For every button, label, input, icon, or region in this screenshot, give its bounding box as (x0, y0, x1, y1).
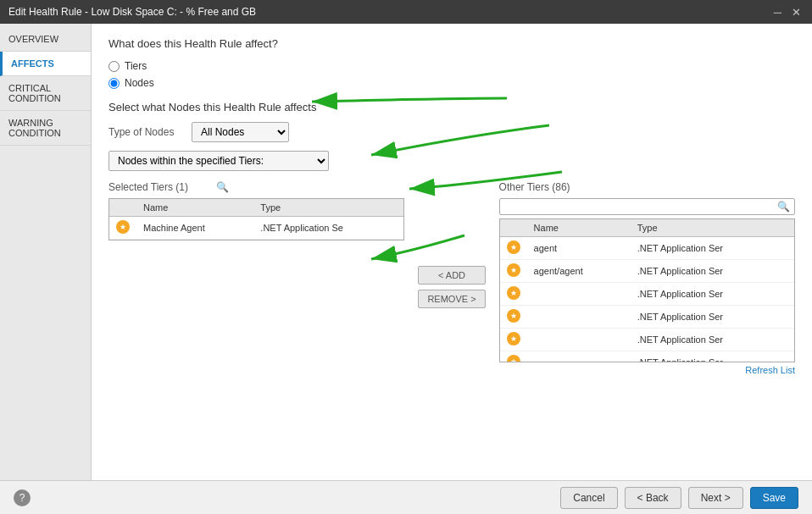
tier-selector-row: Nodes within the specified Tiers: All No… (108, 151, 795, 171)
affects-question: What does this Health Rule affect? (108, 37, 795, 50)
nodes-radio-label[interactable]: Nodes (108, 77, 795, 89)
row-icon (500, 237, 527, 260)
table-row[interactable]: .NET Application Ser (500, 306, 794, 329)
row-icon (500, 283, 527, 306)
search-icon: 🔍 (777, 201, 790, 213)
close-button[interactable]: ✕ (789, 6, 804, 19)
other-name-col-header: Name (527, 219, 631, 237)
row-name: agent (527, 237, 631, 260)
row-type: .NET Application Ser (631, 351, 794, 363)
refresh-list-link[interactable]: Refresh List (499, 365, 795, 375)
cancel-button[interactable]: Cancel (560, 487, 617, 509)
sidebar-item-critical[interactable]: CRITICAL CONDITION (0, 76, 91, 111)
title-bar: Edit Health Rule - Low Disk Space C: - %… (0, 0, 812, 24)
sidebar-item-overview[interactable]: OVERVIEW (0, 27, 91, 52)
row-icon (500, 260, 527, 283)
select-nodes-title: Select what Nodes this Health Rule affec… (108, 101, 795, 113)
row-name (527, 351, 631, 363)
other-icon-col-header (500, 219, 527, 237)
title-text: Edit Health Rule - Low Disk Space C: - %… (8, 6, 256, 18)
selected-tiers-title: Selected Tiers (1) 🔍 (108, 181, 404, 193)
tiers-label: Tiers (125, 60, 147, 72)
other-tiers-table: Name Type agent .NET Application Ser age… (500, 219, 794, 362)
row-icon (500, 306, 527, 329)
remove-button[interactable]: REMOVE > (418, 290, 485, 308)
selected-type-col-header: Type (253, 199, 403, 217)
selected-tiers-table: Name Type Machine Agent .NET Application… (109, 199, 403, 240)
nodes-radio-group: Nodes (108, 77, 795, 89)
other-tiers-table-wrapper[interactable]: Name Type agent .NET Application Ser age… (499, 218, 795, 362)
row-icon (500, 351, 527, 363)
row-type: .NET Application Ser (631, 306, 794, 329)
table-row[interactable]: Machine Agent .NET Application Se (109, 217, 403, 240)
transfer-buttons: < ADD REMOVE > (418, 181, 485, 375)
save-button[interactable]: Save (750, 487, 798, 509)
type-of-nodes-label: Type of Nodes (108, 126, 185, 138)
table-row[interactable]: agent/agent .NET Application Ser (500, 260, 794, 283)
row-type: .NET Application Ser (631, 283, 794, 306)
other-tiers-search-input[interactable] (499, 198, 795, 215)
tiers-radio-label[interactable]: Tiers (108, 60, 795, 72)
row-name: agent/agent (527, 260, 631, 283)
next-button[interactable]: Next > (688, 487, 743, 509)
type-of-nodes-select[interactable]: All Nodes Specific Nodes Node Name (192, 122, 289, 142)
other-type-col-header: Type (631, 219, 794, 237)
other-tiers-title: Other Tiers (86) (499, 181, 795, 193)
add-button[interactable]: < ADD (418, 266, 485, 285)
table-row[interactable]: agent .NET Application Ser (500, 237, 794, 260)
nodes-radio[interactable] (108, 78, 120, 89)
back-button[interactable]: < Back (625, 487, 681, 509)
row-name (527, 329, 631, 351)
row-type: .NET Application Ser (631, 237, 794, 260)
sidebar: OVERVIEW AFFECTS CRITICAL CONDITION WARN… (0, 24, 92, 480)
table-row[interactable]: .NET Application Ser (500, 329, 794, 351)
row-type: .NET Application Ser (631, 329, 794, 351)
other-tiers-panel: Other Tiers (86) 🔍 Name Type (499, 181, 795, 375)
table-row[interactable]: .NET Application Ser (500, 351, 794, 363)
table-row[interactable]: .NET Application Ser (500, 283, 794, 306)
tiers-radio-group: Tiers (108, 60, 795, 72)
tiers-radio[interactable] (108, 61, 120, 72)
sidebar-item-warning[interactable]: WARNING CONDITION (0, 111, 91, 146)
two-panel-area: Selected Tiers (1) 🔍 Name Type (108, 181, 795, 375)
row-name: Machine Agent (136, 217, 253, 240)
row-type: .NET Application Ser (631, 260, 794, 283)
minimize-button[interactable]: ─ (771, 6, 784, 19)
selected-tiers-table-wrapper[interactable]: Name Type Machine Agent .NET Application… (108, 198, 404, 240)
row-icon (109, 217, 136, 240)
selected-icon-col-header (109, 199, 136, 217)
nodes-label: Nodes (125, 77, 154, 89)
main-content: What does this Health Rule affect? Tiers… (92, 24, 812, 480)
selected-tiers-panel: Selected Tiers (1) 🔍 Name Type (108, 181, 404, 375)
sidebar-item-affects[interactable]: AFFECTS (0, 52, 91, 76)
row-icon (500, 329, 527, 351)
nodes-within-tiers-select[interactable]: Nodes within the specified Tiers: All No… (108, 151, 329, 171)
help-icon[interactable]: ? (14, 489, 31, 506)
selected-name-col-header: Name (136, 199, 253, 217)
row-name (527, 306, 631, 329)
row-type: .NET Application Se (253, 217, 403, 240)
other-tiers-search-box: 🔍 (499, 198, 795, 215)
footer-bar: ? Cancel < Back Next > Save (0, 480, 812, 514)
type-of-nodes-row: Type of Nodes All Nodes Specific Nodes N… (108, 122, 795, 142)
row-name (527, 283, 631, 306)
